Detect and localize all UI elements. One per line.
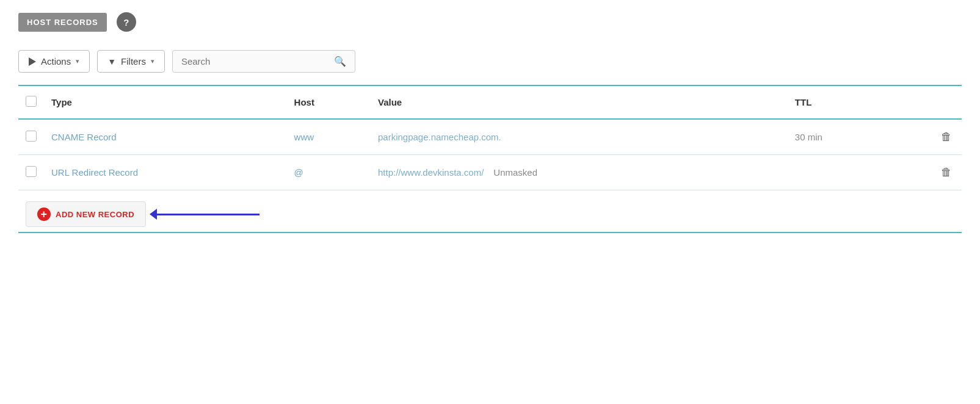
- search-input[interactable]: [181, 56, 334, 67]
- help-icon[interactable]: ?: [117, 12, 136, 32]
- search-box: 🔍: [172, 50, 355, 73]
- row2-checkbox-cell: [18, 155, 44, 190]
- filters-label: Filters: [121, 56, 146, 67]
- col-actions: [888, 86, 962, 119]
- footer-row: + ADD NEW RECORD: [18, 190, 962, 233]
- row1-value: parkingpage.namecheap.com.: [371, 119, 788, 155]
- filter-icon: ▼: [107, 57, 116, 67]
- play-icon: [29, 57, 36, 66]
- dns-table: Type Host Value TTL CNAME Record www par…: [18, 86, 962, 190]
- table-row: CNAME Record www parkingpage.namecheap.c…: [18, 119, 962, 155]
- table-header-row: Type Host Value TTL: [18, 86, 962, 119]
- actions-label: Actions: [41, 56, 71, 67]
- row2-value-url: http://www.devkinsta.com/: [378, 167, 484, 178]
- row2-value: http://www.devkinsta.com/ Unmasked: [371, 155, 788, 190]
- row1-ttl: 30 min: [788, 119, 888, 155]
- header-row: HOST RECORDS ?: [18, 12, 962, 32]
- row1-checkbox-cell: [18, 119, 44, 155]
- row2-host: @: [287, 155, 371, 190]
- row1-delete-button[interactable]: 🗑: [938, 128, 954, 145]
- table-row: URL Redirect Record @ http://www.devkins…: [18, 155, 962, 190]
- col-value: Value: [371, 86, 788, 119]
- row2-delete-button[interactable]: 🗑: [938, 164, 954, 181]
- add-record-label: ADD NEW RECORD: [56, 210, 134, 219]
- row1-type: CNAME Record: [44, 119, 287, 155]
- col-ttl: TTL: [788, 86, 888, 119]
- arrow-line: [156, 214, 260, 215]
- row2-ttl: [788, 155, 888, 190]
- col-type: Type: [44, 86, 287, 119]
- host-records-badge: HOST RECORDS: [18, 13, 107, 32]
- filters-button[interactable]: ▼ Filters ▾: [97, 50, 165, 73]
- row2-type: URL Redirect Record: [44, 155, 287, 190]
- row2-value-type: Unmasked: [493, 167, 537, 178]
- row2-delete-cell: 🗑: [888, 155, 962, 190]
- select-all-checkbox[interactable]: [26, 96, 37, 107]
- row2-checkbox[interactable]: [26, 166, 37, 177]
- col-host: Host: [287, 86, 371, 119]
- select-all-header: [18, 86, 44, 119]
- filters-chevron-icon: ▾: [151, 57, 154, 65]
- search-button[interactable]: 🔍: [334, 56, 346, 67]
- add-record-button[interactable]: + ADD NEW RECORD: [26, 201, 146, 227]
- actions-chevron-icon: ▾: [76, 57, 79, 65]
- row1-delete-cell: 🗑: [888, 119, 962, 155]
- actions-button[interactable]: Actions ▾: [18, 50, 90, 73]
- plus-circle-icon: +: [37, 207, 51, 221]
- toolbar: Actions ▾ ▼ Filters ▾ 🔍: [18, 50, 962, 85]
- row1-checkbox[interactable]: [26, 131, 37, 142]
- arrow-annotation: [156, 214, 260, 215]
- row1-host: www: [287, 119, 371, 155]
